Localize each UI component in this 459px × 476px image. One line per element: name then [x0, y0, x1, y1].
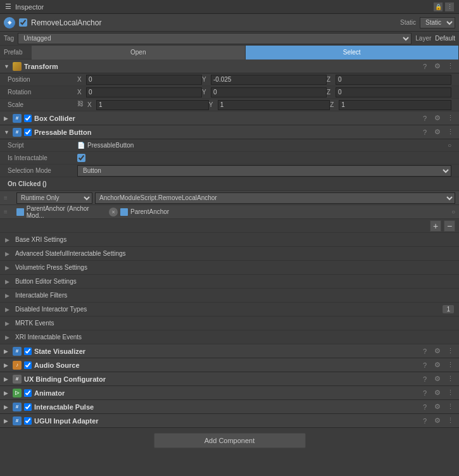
ux-binding-menu-button[interactable]: ⋮ [445, 374, 455, 384]
position-xyz: X Y Z [77, 75, 451, 85]
state-visualizer-settings-button[interactable]: ⚙ [432, 346, 443, 356]
runtime-only-dropdown[interactable]: Runtime Only [16, 192, 92, 204]
box-collider-section-header[interactable]: ▶ # Box Collider ? ⚙ ⋮ [0, 111, 459, 125]
interactable-pulse-enabled-checkbox[interactable] [24, 403, 32, 411]
position-y-label: Y [202, 76, 211, 83]
mrtk-events-row[interactable]: ▶ MRTK Events [0, 316, 459, 330]
transform-help-button[interactable]: ? [420, 61, 430, 72]
runtime-func-dropdown[interactable]: AnchorModuleScript.RemoveLocalAnchor [95, 192, 455, 204]
script-name: PressableButton [87, 142, 134, 149]
pressable-button-enabled-checkbox[interactable] [24, 128, 32, 136]
box-collider-enabled-checkbox[interactable] [24, 115, 32, 122]
box-collider-help-button[interactable]: ? [420, 113, 430, 123]
ux-binding-header[interactable]: ▶ # UX Binding Configurator ? ⚙ ⋮ [0, 372, 459, 386]
scale-y-item: Y [209, 100, 330, 110]
scale-x-input[interactable] [96, 100, 209, 110]
interactable-pulse-menu-button[interactable]: ⋮ [445, 402, 455, 412]
animator-help-button[interactable]: ? [420, 388, 430, 398]
audio-source-enabled-checkbox[interactable] [24, 361, 32, 369]
scale-row: Scale ⛓ X Y Z [0, 99, 459, 111]
audio-source-header[interactable]: ▶ ♪ Audio Source ? ⚙ ⋮ [0, 358, 459, 372]
selection-mode-dropdown[interactable]: Button [77, 165, 451, 177]
advanced-stateful-settings-row[interactable]: ▶ Advanced StatefullInteractable Setting… [0, 247, 459, 261]
box-collider-menu-button[interactable]: ⋮ [445, 113, 455, 123]
state-visualizer-menu-button[interactable]: ⋮ [445, 346, 455, 356]
interactable-pulse-help-button[interactable]: ? [420, 402, 430, 412]
ugui-input-enabled-checkbox[interactable] [24, 417, 32, 425]
add-event-button[interactable]: + [430, 220, 441, 232]
animator-menu-button[interactable]: ⋮ [445, 388, 455, 398]
title-bar: ☰ Inspector 🔒 ⋮ [0, 0, 459, 14]
add-component-button[interactable]: Add Component [154, 433, 306, 448]
scale-z-input[interactable] [339, 100, 451, 110]
rotation-y-input[interactable] [211, 87, 327, 97]
static-label: Static [400, 19, 416, 26]
lock-button[interactable]: 🔒 [434, 3, 443, 11]
selection-mode-row: Selection Mode Button [0, 165, 459, 177]
position-y-input[interactable] [211, 75, 327, 85]
animator-enabled-checkbox[interactable] [24, 389, 32, 397]
ux-binding-help-button[interactable]: ? [420, 374, 430, 384]
position-x-input[interactable] [86, 75, 202, 85]
object-active-checkbox[interactable] [19, 18, 27, 27]
pressable-button-section-header[interactable]: ▼ # Pressable Button ? ⚙ ⋮ [0, 125, 459, 139]
pressable-button-help-button[interactable]: ? [420, 127, 430, 137]
ugui-input-help-button[interactable]: ? [420, 416, 430, 426]
prefab-open-button[interactable]: Open [32, 46, 246, 60]
anchor-remove-button[interactable]: × [109, 208, 118, 216]
prefab-select-button[interactable]: Select [246, 46, 460, 60]
is-interactable-row: Is Interactable [0, 152, 459, 165]
animator-settings-button[interactable]: ⚙ [432, 388, 443, 398]
transform-section-icons: ? ⚙ ⋮ [420, 61, 455, 72]
anchor-obj-link-icon: ○ [451, 208, 455, 215]
tag-dropdown[interactable]: Untagged [18, 33, 412, 44]
prefab-row: Prefab Open Select [0, 46, 459, 60]
interactable-pulse-header[interactable]: ▶ # Interactable Pulse ? ⚙ ⋮ [0, 400, 459, 414]
animator-header[interactable]: ▶ ▷ Animator ? ⚙ ⋮ [0, 386, 459, 400]
audio-source-help-button[interactable]: ? [420, 360, 430, 370]
xri-events-arrow-icon: ▶ [5, 334, 11, 341]
prefab-label: Prefab [0, 49, 32, 56]
on-clicked-header: On Clicked () [0, 177, 459, 191]
transform-section-header[interactable]: ▼ Transform ? ⚙ ⋮ [0, 60, 459, 73]
volumetric-press-settings-row[interactable]: ▶ Volumetric Press Settings [0, 261, 459, 275]
audio-source-settings-button[interactable]: ⚙ [432, 360, 443, 370]
disabled-interactor-row[interactable]: ▶ Disabled Interactor Types 1 [0, 303, 459, 316]
pressable-button-settings-button[interactable]: ⚙ [432, 127, 443, 137]
base-xri-settings-row[interactable]: ▶ Base XRI Settings [0, 233, 459, 247]
rotation-x-label: X [77, 89, 86, 96]
rotation-row: Rotation X Y Z [0, 86, 459, 99]
animator-fold-icon: ▶ [4, 390, 10, 396]
anchor-obj-name: ParentAnchor [130, 208, 169, 215]
ugui-input-menu-button[interactable]: ⋮ [445, 416, 455, 426]
audio-source-icon: ♪ [13, 361, 22, 370]
audio-source-fold-icon: ▶ [4, 362, 10, 368]
state-visualizer-enabled-checkbox[interactable] [24, 348, 32, 355]
remove-event-button[interactable]: − [444, 220, 455, 232]
ux-binding-settings-button[interactable]: ⚙ [432, 374, 443, 384]
state-visualizer-help-button[interactable]: ? [420, 346, 430, 356]
interactable-filters-row[interactable]: ▶ Interactable Filters [0, 289, 459, 303]
rotation-z-input[interactable] [336, 87, 451, 97]
transform-menu-button[interactable]: ⋮ [445, 61, 455, 72]
position-z-input[interactable] [336, 75, 451, 85]
button-editor-settings-row[interactable]: ▶ Button Editor Settings [0, 275, 459, 289]
title-bar-actions: 🔒 ⋮ [434, 3, 454, 11]
interactable-pulse-settings-button[interactable]: ⚙ [432, 402, 443, 412]
scale-xyz: ⛓ X Y Z [77, 100, 451, 110]
rotation-z-item: Z [327, 87, 451, 97]
menu-button[interactable]: ⋮ [445, 3, 454, 11]
static-dropdown[interactable]: Static [420, 17, 455, 28]
scale-y-input[interactable] [218, 100, 330, 110]
selection-mode-label: Selection Mode [8, 167, 77, 174]
state-visualizer-header[interactable]: ▶ # State Visualizer ? ⚙ ⋮ [0, 344, 459, 358]
ugui-input-header[interactable]: ▶ # UGUI Input Adapter ? ⚙ ⋮ [0, 414, 459, 428]
transform-settings-button[interactable]: ⚙ [432, 61, 443, 72]
audio-source-menu-button[interactable]: ⋮ [445, 360, 455, 370]
ugui-input-settings-button[interactable]: ⚙ [432, 416, 443, 426]
xri-events-row[interactable]: ▶ XRI Interactable Events [0, 330, 459, 344]
box-collider-settings-button[interactable]: ⚙ [432, 113, 443, 123]
rotation-x-input[interactable] [86, 87, 202, 97]
is-interactable-checkbox[interactable] [77, 154, 85, 162]
pressable-button-menu-button[interactable]: ⋮ [445, 127, 455, 137]
